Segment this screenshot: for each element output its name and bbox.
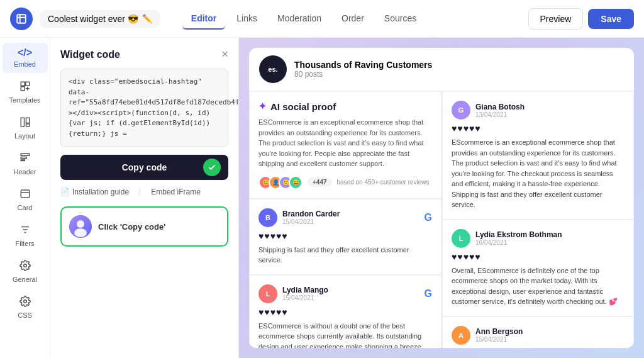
svg-rect-5 — [21, 118, 24, 126]
sidebar-item-filters[interactable]: Filters — [3, 219, 48, 252]
reviewer-avatar: A — [452, 326, 470, 345]
sidebar-item-layout[interactable]: Layout — [3, 111, 48, 145]
reviewer-info: Lydia Ekstrom Bothman 16/04/2021 — [475, 230, 625, 246]
edit-icon: ✏️ — [142, 14, 152, 23]
reviewer-avatar: L — [258, 284, 277, 303]
feed-posts: 80 posts — [294, 70, 432, 79]
hint-avatar — [69, 215, 92, 238]
embed-icon: </> — [18, 48, 32, 58]
sidebar-item-css[interactable]: CSS — [3, 291, 48, 324]
sidebar-item-templates[interactable]: Templates — [3, 76, 48, 109]
reviewer-info: Giana Botosh 13/04/2021 — [475, 103, 625, 118]
top-nav: Coolest widget ever 😎 ✏️ Editor Links Mo… — [0, 0, 644, 38]
save-button[interactable]: Save — [588, 9, 634, 29]
review-card-header: G Giana Botosh 13/04/2021 — [452, 101, 625, 120]
svg-point-20 — [74, 228, 87, 237]
review-card-header: L Lydia Ekstrom Bothman 16/04/2021 — [452, 229, 625, 248]
css-icon — [19, 296, 31, 309]
svg-rect-10 — [21, 160, 25, 161]
sidebar-item-card[interactable]: Card — [3, 183, 48, 216]
reviewer-info: Brandon Carder 15/04/2021 — [282, 210, 419, 225]
reviewer-date: 15/04/2021 — [475, 336, 625, 343]
sidebar-item-embed[interactable]: </> Embed — [3, 43, 48, 73]
svg-rect-6 — [26, 118, 29, 123]
review-card: G Giana Botosh 13/04/2021 ♥♥♥♥♥ EScommer… — [442, 91, 634, 220]
review-text: Overall, EScommerce is definitely one of… — [452, 266, 625, 307]
ai-card-text: ESCommerce is an exceptional ecommerce s… — [258, 117, 432, 169]
feed-header: es. Thousands of Raving Customers 80 pos… — [249, 48, 634, 91]
sidebar-item-label: General — [13, 276, 37, 283]
copy-code-button[interactable]: Copy code — [60, 155, 228, 180]
sidebar-item-label: Templates — [9, 96, 40, 104]
tab-order[interactable]: Order — [333, 8, 373, 30]
tab-editor[interactable]: Editor — [182, 8, 225, 30]
reviewer-avatar: B — [258, 208, 277, 227]
sidebar-item-label: Embed — [14, 60, 36, 68]
preview-area: es. Thousands of Raving Customers 80 pos… — [239, 38, 644, 358]
review-card: L Lydia Ekstrom Bothman 16/04/2021 ♥♥♥♥♥… — [442, 220, 634, 316]
filters-icon — [19, 224, 31, 237]
avatar: 😄 — [289, 176, 303, 189]
close-button[interactable]: × — [221, 48, 228, 61]
feed-avatar: es. — [259, 55, 287, 83]
panel-header: Widget code × — [60, 48, 228, 61]
reviewer-name: Lydia Ekstrom Bothman — [475, 230, 625, 239]
review-text: EScommerce is an exceptional ecommerce s… — [452, 137, 625, 210]
widget-name[interactable]: Coolest widget ever 😎 ✏️ — [40, 10, 160, 28]
review-label: based on 450+ customer reviews — [337, 179, 430, 186]
sidebar-item-label: Filters — [16, 240, 35, 247]
sidebar-item-label: Header — [13, 168, 36, 176]
main-content: </> Embed Templates Layout Header Card — [0, 38, 644, 358]
hint-box: Click 'Copy code' — [60, 206, 228, 247]
card-icon — [19, 188, 31, 201]
reviewer-info: Ann Bergson 15/04/2021 — [475, 327, 625, 343]
review-count-badge: +447 — [308, 177, 332, 187]
embed-iframe-link[interactable]: Embed iFrame — [151, 187, 201, 196]
sidebar-item-header[interactable]: Header — [3, 147, 48, 181]
google-logo: G — [425, 288, 432, 299]
reviewer-avatar: G — [452, 101, 470, 120]
sidebar-item-label: Layout — [14, 132, 35, 140]
svg-rect-0 — [21, 82, 25, 86]
review-text: ESCommerce is without a doubt one of the… — [258, 321, 432, 349]
left-column: ✦ AI social proof ESCommerce is an excep… — [249, 91, 441, 348]
review-card-header: B Brandon Carder 15/04/2021 G — [258, 208, 432, 227]
reviewer-date: 16/04/2021 — [475, 239, 625, 246]
tab-moderation[interactable]: Moderation — [269, 8, 330, 30]
preview-button[interactable]: Preview — [528, 8, 584, 30]
sparkle-icon: ✦ — [258, 101, 267, 112]
divider: | — [139, 187, 141, 196]
copy-toggle — [203, 159, 221, 176]
svg-point-17 — [23, 300, 26, 303]
svg-rect-1 — [25, 82, 29, 86]
tab-links[interactable]: Links — [228, 8, 266, 30]
general-icon — [19, 260, 31, 273]
reviewer-name: Brandon Carder — [282, 210, 419, 218]
reviewer-date: 15/04/2021 — [282, 218, 419, 225]
review-card-header: A Ann Bergson 15/04/2021 — [452, 326, 625, 345]
reviewer-name: Giana Botosh — [475, 103, 625, 111]
reviewer-name: Ann Bergson — [475, 327, 625, 336]
review-card-header: L Lydia Mango 15/04/2021 G — [258, 284, 432, 303]
reviewer-date: 15/04/2021 — [282, 294, 419, 301]
sidebar-item-general[interactable]: General — [3, 255, 48, 288]
templates-icon — [19, 81, 31, 94]
star-rating: ♥♥♥♥♥ — [452, 252, 625, 262]
install-link[interactable]: 📄 Installation guide — [60, 187, 129, 196]
review-card: L Lydia Mango 15/04/2021 G ♥♥♥♥♥ ESComme… — [249, 275, 441, 349]
svg-rect-8 — [21, 154, 30, 155]
reviewer-name: Lydia Mango — [282, 286, 419, 294]
svg-point-19 — [77, 220, 84, 228]
star-rating: ♥♥♥♥♥ — [452, 123, 625, 133]
svg-point-16 — [23, 264, 26, 267]
nav-actions: Preview Save — [528, 8, 635, 30]
header-icon — [19, 152, 31, 165]
logo-button[interactable] — [10, 8, 33, 30]
widget-panel: Widget code × <div class="embedsocial-ha… — [50, 38, 239, 358]
svg-rect-7 — [26, 124, 29, 126]
star-rating: ♥♥♥♥♥ — [258, 231, 432, 241]
tab-sources[interactable]: Sources — [375, 8, 425, 30]
sidebar: </> Embed Templates Layout Header Card — [0, 38, 50, 358]
avatar-stack: 😊 👤 🙂 😄 — [258, 176, 303, 189]
reviewer-info: Lydia Mango 15/04/2021 — [282, 286, 419, 301]
